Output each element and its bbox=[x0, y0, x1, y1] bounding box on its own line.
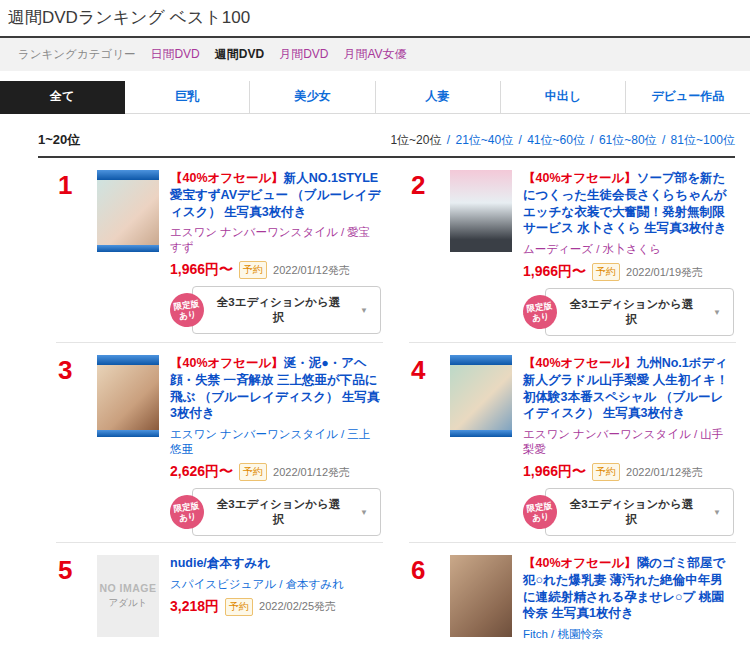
range-page-link-2[interactable]: 41位~60位 bbox=[527, 133, 585, 147]
cover-thumbnail[interactable] bbox=[97, 170, 159, 252]
category-link-0[interactable]: 日間DVD bbox=[150, 46, 199, 63]
tab-0[interactable]: 全て bbox=[0, 81, 125, 114]
sale-prefix: 【40%オフセール】 bbox=[523, 171, 637, 185]
category-link-2[interactable]: 月間DVD bbox=[279, 46, 328, 63]
edition-select-button[interactable]: 全3エディションから選択▼ bbox=[192, 488, 381, 536]
item-info: 【40%オフセール】隣のゴミ部屋で犯○れた爆乳妻 薄汚れた絶倫中年男に連続射精さ… bbox=[523, 555, 734, 646]
range-page-link-1[interactable]: 21位~40位 bbox=[455, 133, 513, 147]
no-image-subtext: アダルト bbox=[109, 597, 148, 610]
ranking-item: 5 NO IMAGE アダルト nudie/倉本すみれ スパイスビジュアル / … bbox=[56, 542, 383, 646]
edition-select-button[interactable]: 全3エディションから選択▼ bbox=[545, 288, 734, 336]
range-page-link-4[interactable]: 81位~100位 bbox=[671, 133, 735, 147]
item-info: nudie/倉本すみれ スパイスビジュアル / 倉本すみれ 3,218円 予約 … bbox=[170, 555, 381, 646]
rank-number: 1 bbox=[58, 170, 86, 336]
category-bar-label: ランキングカテゴリー bbox=[18, 47, 135, 62]
maker-link[interactable]: Fitch bbox=[523, 628, 548, 640]
sale-prefix: 【40%オフセール】 bbox=[523, 356, 637, 370]
maker-actress-separator: / bbox=[691, 428, 701, 440]
bluray-top-band-icon bbox=[97, 170, 159, 180]
edition-select-button[interactable]: 全3エディションから選択▼ bbox=[192, 286, 381, 334]
category-bar: ランキングカテゴリー 日間DVD週間DVD月間DVD月間AV女優 bbox=[0, 38, 750, 71]
maker-link[interactable]: エスワン ナンバーワンスタイル bbox=[523, 428, 691, 440]
edition-row: 限定版あり 全3エディションから選択▼ bbox=[523, 488, 734, 536]
product-title-link[interactable]: 【40%オフセール】ソープ部を新たにつくった生徒会長さくらちゃんがエッチな衣装で… bbox=[523, 170, 734, 237]
page-title: 週間DVDランキング ベスト100 bbox=[0, 0, 750, 38]
category-link-3[interactable]: 月間AV女優 bbox=[343, 46, 406, 63]
tab-2[interactable]: 美少女 bbox=[250, 81, 375, 114]
range-separator: / bbox=[441, 133, 455, 147]
range-page-link-0: 1位~20位 bbox=[390, 133, 441, 147]
maker-actress-separator: / bbox=[338, 226, 348, 238]
maker-link[interactable]: スパイスビジュアル bbox=[170, 578, 276, 590]
tab-1[interactable]: 巨乳 bbox=[125, 81, 250, 114]
release-date: 2022/01/19発売 bbox=[626, 265, 703, 280]
product-title-link[interactable]: 【40%オフセール】涎・泥●・アヘ顔・失禁 一斉解放 三上悠亜が下品に飛ぶ （ブ… bbox=[170, 355, 381, 422]
cover-thumbnail[interactable] bbox=[97, 355, 159, 437]
product-title-link[interactable]: 【40%オフセール】九州No.1ボディ新人グラドル山手梨愛 人生初イキ！初体験3… bbox=[523, 355, 734, 422]
cover-thumbnail[interactable]: NO IMAGE アダルト bbox=[97, 555, 159, 637]
cover-image bbox=[450, 170, 512, 252]
cover-thumbnail[interactable] bbox=[450, 355, 512, 437]
product-title-link[interactable]: 【40%オフセール】隣のゴミ部屋で犯○れた爆乳妻 薄汚れた絶倫中年男に連続射精さ… bbox=[523, 555, 734, 622]
category-link-1[interactable]: 週間DVD bbox=[215, 46, 264, 63]
bluray-bottom-band-icon bbox=[97, 245, 159, 252]
range-separator: / bbox=[513, 133, 527, 147]
reserve-badge: 予約 bbox=[239, 463, 267, 481]
maker-actress-separator: / bbox=[593, 243, 603, 255]
category-links: 日間DVD週間DVD月間DVD月間AV女優 bbox=[150, 46, 406, 63]
item-info: 【40%オフセール】ソープ部を新たにつくった生徒会長さくらちゃんがエッチな衣装で… bbox=[523, 170, 734, 336]
maker-link[interactable]: エスワン ナンバーワンスタイル bbox=[170, 226, 338, 238]
rank-number: 3 bbox=[58, 355, 86, 536]
edition-row: 限定版あり 全3エディションから選択▼ bbox=[523, 288, 734, 336]
actress-link[interactable]: 水卜さくら bbox=[603, 243, 661, 255]
release-date: 2022/02/25発売 bbox=[259, 599, 336, 614]
price: 2,626円〜 bbox=[170, 463, 233, 481]
product-title-link[interactable]: nudie/倉本すみれ bbox=[170, 555, 381, 572]
genre-tabs: 全て巨乳美少女人妻中出しデビュー作品 bbox=[0, 81, 750, 114]
ranking-item: 4 【40%オフセール】九州No.1ボディ新人グラドル山手梨愛 人生初イキ！初体… bbox=[409, 342, 736, 542]
price: 1,966円〜 bbox=[523, 263, 586, 281]
rank-number: 2 bbox=[411, 170, 439, 336]
reserve-badge: 予約 bbox=[592, 263, 620, 281]
actress-link[interactable]: 倉本すみれ bbox=[286, 578, 344, 590]
maker-link[interactable]: ムーディーズ bbox=[523, 243, 593, 255]
rank-number: 6 bbox=[411, 555, 439, 646]
release-date: 2022/01/12発売 bbox=[273, 465, 350, 480]
edition-select-label: 全3エディションから選択 bbox=[566, 497, 697, 527]
current-range-label: 1~20位 bbox=[38, 131, 80, 149]
range-pagination: 1位~20位 / 21位~40位 / 41位~60位 / 61位~80位 / 8… bbox=[390, 132, 735, 149]
no-image-text: NO IMAGE bbox=[99, 582, 156, 594]
limited-badge-line2: あり bbox=[178, 309, 197, 322]
price-line: 2,626円〜 予約 2022/01/12発売 bbox=[170, 463, 381, 481]
maker-actress-separator: / bbox=[338, 428, 348, 440]
maker-actress-separator: / bbox=[548, 628, 558, 640]
edition-select-label: 全3エディションから選択 bbox=[566, 297, 697, 327]
tab-3[interactable]: 人妻 bbox=[376, 81, 501, 114]
maker-line: スパイスビジュアル / 倉本すみれ bbox=[170, 577, 381, 592]
reserve-badge: 予約 bbox=[239, 261, 267, 279]
edition-select-button[interactable]: 全3エディションから選択▼ bbox=[545, 488, 734, 536]
product-title-link[interactable]: 【40%オフセール】新人NO.1STYLE 愛宝すずAVデビュー （ブルーレイデ… bbox=[170, 170, 381, 220]
limited-badge-line2: あり bbox=[531, 511, 550, 524]
tab-5[interactable]: デビュー作品 bbox=[626, 81, 750, 114]
rank-number: 4 bbox=[411, 355, 439, 536]
cover-image bbox=[97, 180, 159, 245]
cover-thumbnail[interactable] bbox=[450, 170, 512, 252]
maker-line: エスワン ナンバーワンスタイル / 山手梨愛 bbox=[523, 427, 734, 457]
ranking-item: 1 【40%オフセール】新人NO.1STYLE 愛宝すずAVデビュー （ブルーレ… bbox=[56, 158, 383, 342]
edition-select-label: 全3エディションから選択 bbox=[213, 295, 344, 325]
price-line: 3,218円 予約 2022/02/25発売 bbox=[170, 598, 381, 616]
cover-thumbnail[interactable] bbox=[450, 555, 512, 637]
no-image-placeholder: NO IMAGE アダルト bbox=[99, 582, 156, 610]
actress-link[interactable]: 桃園怜奈 bbox=[558, 628, 604, 640]
caret-down-icon: ▼ bbox=[713, 308, 721, 317]
cover-image bbox=[97, 365, 159, 430]
range-page-link-3[interactable]: 61位~80位 bbox=[599, 133, 657, 147]
price-line: 1,966円〜 予約 2022/01/19発売 bbox=[523, 263, 734, 281]
maker-link[interactable]: エスワン ナンバーワンスタイル bbox=[170, 428, 338, 440]
price-line: 1,966円〜 予約 2022/01/12発売 bbox=[170, 261, 381, 279]
price: 1,966円〜 bbox=[170, 261, 233, 279]
item-info: 【40%オフセール】涎・泥●・アヘ顔・失禁 一斉解放 三上悠亜が下品に飛ぶ （ブ… bbox=[170, 355, 381, 536]
tab-4[interactable]: 中出し bbox=[501, 81, 626, 114]
item-info: 【40%オフセール】九州No.1ボディ新人グラドル山手梨愛 人生初イキ！初体験3… bbox=[523, 355, 734, 536]
